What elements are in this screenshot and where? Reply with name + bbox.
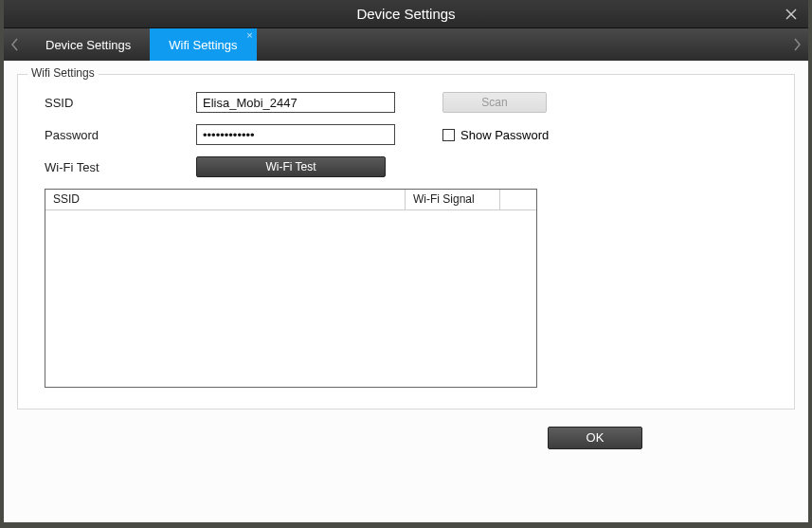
row-wifi-test: Wi-Fi Test Wi-Fi Test xyxy=(45,156,767,177)
row-password: Password Show Password xyxy=(45,124,767,145)
label-wifi-test: Wi-Fi Test xyxy=(45,160,196,174)
tab-device-settings[interactable]: Device Settings xyxy=(27,28,150,61)
tab-label: Wifi Settings xyxy=(169,38,237,52)
titlebar: Device Settings xyxy=(4,0,808,28)
table-body xyxy=(45,210,536,387)
tab-strip: Device Settings Wifi Settings × xyxy=(4,28,808,61)
tab-wifi-settings[interactable]: Wifi Settings × xyxy=(150,28,256,61)
tab-nav-prev[interactable] xyxy=(4,28,27,61)
tab-label: Device Settings xyxy=(45,38,131,52)
ok-button[interactable]: OK xyxy=(548,427,642,449)
show-password-label: Show Password xyxy=(460,128,549,142)
close-icon xyxy=(785,9,797,20)
label-password: Password xyxy=(45,128,196,142)
dialog-footer: OK xyxy=(17,427,795,449)
fieldset-legend: Wifi Settings xyxy=(27,66,99,80)
dialog-title: Device Settings xyxy=(356,6,455,22)
scan-button[interactable]: Scan xyxy=(442,92,547,113)
tab-close-icon[interactable]: × xyxy=(246,30,252,41)
password-input[interactable] xyxy=(196,124,395,145)
table-header: SSID Wi-Fi Signal xyxy=(45,190,536,210)
label-ssid: SSID xyxy=(45,96,196,110)
show-password-checkbox[interactable] xyxy=(442,129,455,141)
row-ssid: SSID Scan xyxy=(45,92,767,113)
column-header-spacer xyxy=(500,190,536,209)
column-header-ssid[interactable]: SSID xyxy=(45,190,406,209)
wifi-settings-fieldset: Wifi Settings SSID Scan Password Show Pa… xyxy=(17,74,795,410)
device-settings-dialog: Device Settings Device Settings Wifi Set… xyxy=(4,0,808,522)
chevron-left-icon xyxy=(11,38,19,51)
tab-nav-next[interactable] xyxy=(785,28,808,61)
wifi-test-button[interactable]: Wi-Fi Test xyxy=(196,156,386,177)
dialog-body: Wifi Settings SSID Scan Password Show Pa… xyxy=(4,61,808,522)
ssid-input[interactable] xyxy=(196,92,395,113)
chevron-right-icon xyxy=(793,38,801,51)
column-header-signal[interactable]: Wi-Fi Signal xyxy=(406,190,500,209)
wifi-network-table: SSID Wi-Fi Signal xyxy=(45,189,537,388)
close-button[interactable] xyxy=(774,0,808,28)
